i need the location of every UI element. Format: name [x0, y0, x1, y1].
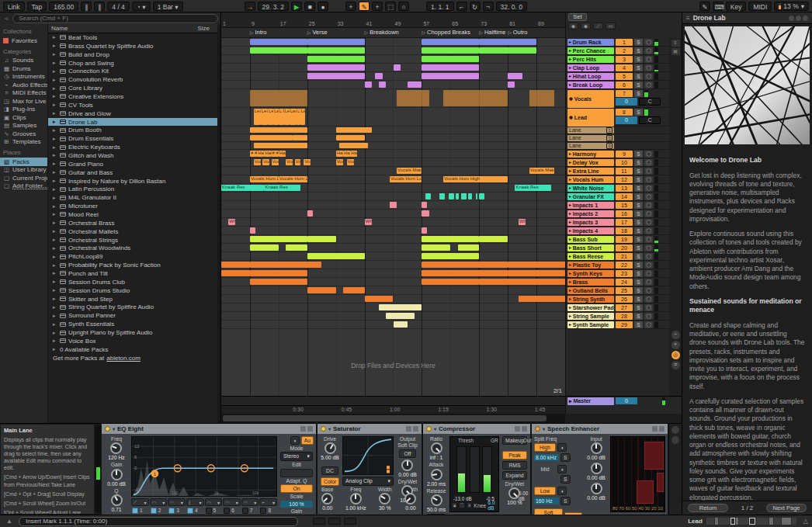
group-volume-slider[interactable]: 0: [616, 116, 637, 124]
sidebar-item-samples[interactable]: ▤Samples: [0, 122, 47, 130]
clip-area[interactable]: Lead TLead TLe LeLea LL LeaLe 1 LLeadLLe…: [221, 38, 565, 396]
computer-midi-keyboard-icon[interactable]: ⌨: [713, 2, 724, 11]
band-freq-value[interactable]: 8.00 kHz: [534, 454, 559, 461]
overdub-icon[interactable]: ○: [398, 2, 409, 11]
track-lane-impacts-3[interactable]: WhoaWhoaWhoa: [221, 218, 565, 227]
link-button[interactable]: Link: [3, 2, 25, 11]
q-knob[interactable]: [111, 494, 123, 506]
clip[interactable]: [221, 270, 250, 276]
clip[interactable]: Lead T: [261, 109, 268, 125]
ableton-link[interactable]: ableton.com: [106, 355, 141, 362]
arm-button[interactable]: ◯: [644, 56, 653, 63]
track-name[interactable]: ▸Impacts 2: [567, 210, 614, 217]
track-number[interactable]: 21: [616, 253, 633, 260]
rms-mode-button[interactable]: RMS: [502, 461, 527, 470]
arm-button[interactable]: ◯: [644, 64, 653, 71]
clip[interactable]: Vocals Make: [397, 168, 422, 174]
pack-item-chop-and-swing[interactable]: ▸Chop and Swing: [48, 59, 217, 68]
track-number[interactable]: 28: [616, 313, 633, 320]
solo-button[interactable]: S: [634, 193, 643, 200]
clip[interactable]: Knaak Res: [264, 185, 300, 191]
pack-item-surround-panner[interactable]: ▸Surround Panner: [48, 311, 217, 320]
draw-mode-button[interactable]: ✎: [359, 2, 370, 11]
clip[interactable]: [394, 321, 408, 328]
clip[interactable]: [250, 262, 321, 268]
band-enable-checkbox[interactable]: [242, 508, 248, 514]
clip[interactable]: [307, 210, 313, 217]
solo-button[interactable]: S: [634, 313, 643, 320]
tempo-field[interactable]: 165.00: [49, 2, 78, 11]
clip[interactable]: [508, 73, 522, 79]
track-number[interactable]: 25: [616, 287, 633, 294]
sidebar-item-add-folder-[interactable]: ▢Add Folder...: [0, 182, 47, 191]
track-name[interactable]: ▸Clap Loop: [567, 64, 614, 71]
track-lane-outland-bells[interactable]: [221, 286, 565, 295]
solo-button[interactable]: S: [634, 47, 643, 54]
clip[interactable]: [286, 244, 307, 251]
time-signature-field[interactable]: 4 / 4: [107, 2, 130, 11]
expand-mode-button[interactable]: Expand: [502, 471, 527, 480]
pack-item-orchestral-brass[interactable]: ▸Orchestral Brass: [48, 219, 217, 227]
clip[interactable]: [336, 127, 372, 133]
clip[interactable]: Voc: [336, 159, 343, 165]
marker-prev-icon[interactable]: ◆: [568, 23, 578, 29]
arm-button[interactable]: ◯: [644, 227, 653, 234]
track-name[interactable]: ▸Synth Keys: [567, 270, 614, 277]
filter-shape-selector[interactable]: ◠▾: [205, 498, 223, 506]
solo-button[interactable]: S: [634, 81, 643, 88]
track-header-perc-chance[interactable]: ▸Perc Chance2S◯: [566, 47, 669, 55]
save-preset-icon[interactable]: [522, 426, 527, 432]
clip[interactable]: [443, 90, 508, 106]
track-lane-synth-keys[interactable]: [221, 269, 565, 278]
sidebar-item-drums[interactable]: ▦Drums: [0, 64, 47, 73]
clip[interactable]: Vocals Hum Low: [390, 176, 422, 182]
pack-item-microtuner[interactable]: ▸Microtuner: [48, 202, 217, 210]
track-name[interactable]: ▸Drum Rack: [567, 39, 614, 46]
clip[interactable]: [508, 81, 515, 88]
track-number[interactable]: 22: [616, 262, 633, 269]
arm-button[interactable]: ◯: [644, 270, 653, 277]
hot-swap-icon[interactable]: [652, 426, 658, 432]
track-name[interactable]: ▸Hihat Loop: [567, 73, 614, 80]
clip[interactable]: [456, 193, 459, 199]
tap-tempo-button[interactable]: Tap: [27, 2, 47, 11]
arm-button[interactable]: ◯: [644, 47, 653, 54]
master-volume-slider[interactable]: 0: [616, 397, 637, 404]
device-activator-icon[interactable]: [426, 426, 432, 432]
band-freq-value[interactable]: 160 Hz: [534, 498, 559, 504]
pack-item-grand-piano[interactable]: ▸Grand Piano: [48, 160, 217, 168]
track-lane-impacts-2[interactable]: [221, 210, 565, 218]
solo-button[interactable]: S: [634, 287, 643, 294]
pack-item-glitch-and-wash[interactable]: ▸Glitch and Wash: [48, 151, 217, 160]
sidebar-item-templates[interactable]: ⊞Templates: [0, 138, 47, 147]
clip[interactable]: [394, 64, 401, 71]
pack-item-drive-and-glow[interactable]: ▸Drive and Glow: [48, 109, 217, 118]
track-lane-bass-reese[interactable]: [221, 252, 565, 261]
filter-shape-selector[interactable]: ⟨▾: [186, 498, 204, 506]
pack-item-voice-box[interactable]: ▸Voice Box: [48, 337, 217, 345]
track-lane-perc-hits[interactable]: [221, 55, 565, 64]
m4l-device-activator-icon[interactable]: [535, 426, 540, 432]
sidebar-item-audio-effects[interactable]: ⌁Audio Effects: [0, 81, 47, 89]
master-track-header[interactable]: ▸Master 0: [565, 396, 682, 405]
browser-column-header[interactable]: Name Size: [48, 24, 217, 33]
track-name[interactable]: ▸Bass Sub: [567, 236, 614, 243]
clip[interactable]: [221, 262, 250, 268]
clip[interactable]: [461, 193, 467, 199]
clip[interactable]: [379, 304, 422, 310]
arm-button[interactable]: ◯: [644, 193, 653, 200]
track-name[interactable]: ▸Synth Sample: [567, 321, 614, 328]
solo-button[interactable]: S: [634, 304, 643, 311]
arm-button[interactable]: ◯: [644, 151, 653, 158]
pack-item-session-drums-studio[interactable]: ▸Session Drums Studio: [48, 286, 217, 295]
track-name[interactable]: ▸Perc Chance: [567, 47, 614, 54]
browser-collapse-icon[interactable]: ◃: [2, 15, 10, 22]
clip[interactable]: [479, 193, 484, 199]
clip[interactable]: [422, 64, 479, 71]
pack-item-session-drums-club[interactable]: ▸Session Drums Club: [48, 278, 217, 286]
clip[interactable]: [339, 143, 368, 148]
pack-item-upright-piano-by-spitfire-audio[interactable]: ▸Upright Piano by Spitfire Audio: [48, 328, 217, 337]
track-header-hihat-loop[interactable]: ▸Hihat Loop5S◯: [566, 72, 669, 81]
solo-button[interactable]: S: [634, 64, 643, 71]
solo-button[interactable]: S: [634, 168, 643, 175]
